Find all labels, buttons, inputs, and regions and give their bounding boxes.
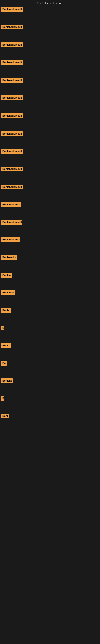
bottleneck-badge-23[interactable]: B — [1, 396, 4, 401]
result-row-4: Bottleneck result — [0, 59, 24, 67]
result-row-8: Bottleneck result — [0, 130, 24, 138]
bottleneck-badge-2[interactable]: Bottleneck result — [1, 24, 23, 30]
bottleneck-badge-3[interactable]: Bottleneck result — [1, 42, 23, 47]
bottleneck-badge-20[interactable]: Bottle — [1, 343, 11, 348]
result-row-16: Bottlen — [0, 272, 13, 280]
bottleneck-badge-4[interactable]: Bottleneck result — [1, 60, 23, 65]
bottleneck-badge-16[interactable]: Bottlen — [1, 273, 12, 278]
site-title: TheBottlenecker.com — [37, 2, 63, 5]
bottleneck-badge-15[interactable]: Bottleneck r — [1, 255, 17, 260]
bottleneck-badge-9[interactable]: Bottleneck result — [1, 149, 23, 154]
bottleneck-badge-7[interactable]: Bottleneck result — [1, 113, 23, 118]
bottleneck-badge-19[interactable]: B — [1, 326, 4, 330]
result-row-22: Bottlens — [0, 377, 14, 385]
result-row-10: Bottleneck result — [0, 166, 24, 174]
result-row-15: Bottleneck r — [0, 254, 18, 262]
bottleneck-badge-11[interactable]: Bottleneck result — [1, 184, 23, 190]
result-row-17: Bottleneck — [0, 289, 16, 297]
result-row-5: Bottleneck result — [0, 77, 24, 85]
bottleneck-badge-21[interactable]: Bot — [1, 361, 7, 366]
bottleneck-badge-24[interactable]: Bottl — [1, 414, 9, 418]
result-row-21: Bot — [0, 360, 8, 368]
bottleneck-badge-18[interactable]: Bottle — [1, 308, 11, 313]
result-row-6: Bottleneck result — [0, 94, 24, 102]
result-row-14: Bottleneck resu — [0, 236, 21, 244]
result-row-1: Bottleneck result — [0, 6, 24, 14]
site-header: TheBottlenecker.com — [0, 0, 100, 6]
result-row-24: Bottl — [0, 412, 10, 420]
bottleneck-badge-22[interactable]: Bottlens — [1, 378, 13, 383]
bottleneck-badge-8[interactable]: Bottleneck result — [1, 132, 23, 136]
bottleneck-badge-6[interactable]: Bottleneck result — [1, 96, 23, 100]
bottleneck-badge-5[interactable]: Bottleneck result — [1, 78, 23, 83]
result-row-13: Bottleneck result — [0, 218, 23, 226]
result-row-23: B — [0, 395, 5, 403]
bottleneck-badge-12[interactable]: Bottleneck resu — [1, 202, 21, 207]
result-row-3: Bottleneck result — [0, 41, 24, 49]
bottleneck-badge-17[interactable]: Bottleneck — [1, 290, 15, 295]
result-row-20: Bottle — [0, 342, 12, 350]
bottleneck-badge-14[interactable]: Bottleneck resu — [1, 237, 20, 242]
result-row-11: Bottleneck result — [0, 183, 24, 192]
bottleneck-badge-1[interactable]: Bottleneck result — [1, 7, 23, 12]
result-row-18: Bottle — [0, 307, 12, 315]
bottleneck-badge-13[interactable]: Bottleneck result — [1, 220, 22, 224]
result-row-12: Bottleneck resu — [0, 201, 22, 209]
result-row-19: B — [0, 324, 5, 332]
results-container: Bottleneck resultBottleneck resultBottle… — [0, 6, 100, 640]
result-row-7: Bottleneck result — [0, 112, 24, 120]
result-row-2: Bottleneck result — [0, 23, 24, 32]
bottleneck-badge-10[interactable]: Bottleneck result — [1, 167, 23, 172]
result-row-9: Bottleneck result — [0, 148, 24, 156]
